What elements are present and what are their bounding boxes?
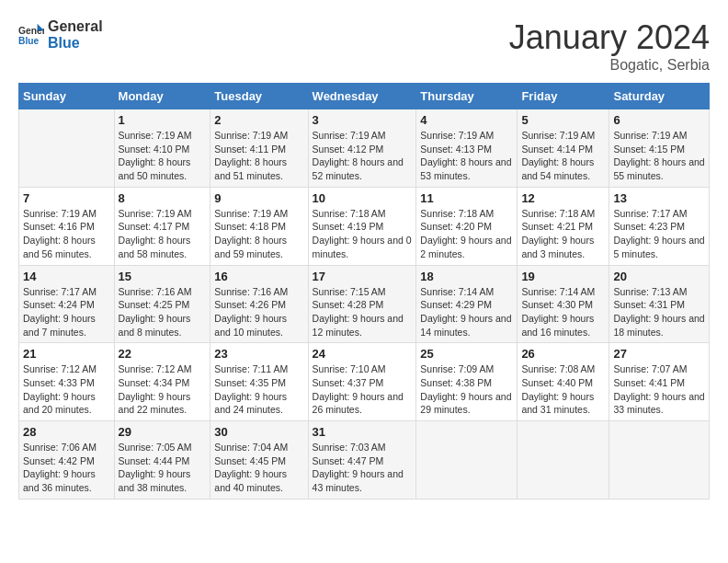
calendar-cell xyxy=(19,109,115,188)
calendar-week-row: 21Sunrise: 7:12 AMSunset: 4:33 PMDayligh… xyxy=(19,343,710,421)
weekday-header-sunday: Sunday xyxy=(19,84,115,109)
day-info: Sunrise: 7:03 AMSunset: 4:47 PMDaylight:… xyxy=(313,441,413,495)
day-info: Sunrise: 7:10 AMSunset: 4:37 PMDaylight:… xyxy=(313,362,413,417)
day-number: 21 xyxy=(23,347,110,361)
calendar-cell: 9Sunrise: 7:19 AMSunset: 4:18 PMDaylight… xyxy=(210,187,308,265)
day-number: 28 xyxy=(23,425,110,439)
day-info: Sunrise: 7:19 AMSunset: 4:12 PMDaylight:… xyxy=(313,129,413,183)
calendar-week-row: 28Sunrise: 7:06 AMSunset: 4:42 PMDayligh… xyxy=(19,421,710,500)
calendar-cell: 10Sunrise: 7:18 AMSunset: 4:19 PMDayligh… xyxy=(308,187,416,265)
day-info: Sunrise: 7:11 AMSunset: 4:35 PMDaylight:… xyxy=(214,362,303,417)
day-number: 30 xyxy=(214,425,303,439)
day-number: 24 xyxy=(313,347,413,361)
day-info: Sunrise: 7:17 AMSunset: 4:23 PMDaylight:… xyxy=(613,207,705,261)
calendar-cell: 26Sunrise: 7:08 AMSunset: 4:40 PMDayligh… xyxy=(518,343,609,421)
day-number: 25 xyxy=(420,347,513,361)
calendar-cell: 29Sunrise: 7:05 AMSunset: 4:44 PMDayligh… xyxy=(114,421,210,500)
calendar-cell: 15Sunrise: 7:16 AMSunset: 4:25 PMDayligh… xyxy=(114,265,210,343)
calendar-cell: 23Sunrise: 7:11 AMSunset: 4:35 PMDayligh… xyxy=(210,343,308,421)
calendar-cell: 1Sunrise: 7:19 AMSunset: 4:10 PMDaylight… xyxy=(114,109,210,188)
subtitle: Bogatic, Serbia xyxy=(509,57,710,74)
day-info: Sunrise: 7:13 AMSunset: 4:31 PMDaylight:… xyxy=(613,285,705,339)
day-number: 3 xyxy=(313,113,413,127)
calendar-cell: 19Sunrise: 7:14 AMSunset: 4:30 PMDayligh… xyxy=(518,265,609,343)
day-number: 16 xyxy=(214,270,303,283)
calendar-cell: 17Sunrise: 7:15 AMSunset: 4:28 PMDayligh… xyxy=(308,265,416,343)
day-number: 8 xyxy=(119,191,207,205)
weekday-header-wednesday: Wednesday xyxy=(308,84,416,109)
calendar-cell: 25Sunrise: 7:09 AMSunset: 4:38 PMDayligh… xyxy=(416,343,518,421)
day-info: Sunrise: 7:14 AMSunset: 4:29 PMDaylight:… xyxy=(420,285,513,339)
day-number: 13 xyxy=(613,191,705,205)
day-info: Sunrise: 7:18 AMSunset: 4:21 PMDaylight:… xyxy=(521,207,605,261)
weekday-header-thursday: Thursday xyxy=(416,84,518,109)
calendar-cell: 27Sunrise: 7:07 AMSunset: 4:41 PMDayligh… xyxy=(609,343,710,421)
day-number: 2 xyxy=(214,113,303,127)
day-number: 12 xyxy=(521,191,605,205)
day-info: Sunrise: 7:14 AMSunset: 4:30 PMDaylight:… xyxy=(521,285,605,339)
day-info: Sunrise: 7:17 AMSunset: 4:24 PMDaylight:… xyxy=(23,285,110,339)
logo-blue-text: Blue xyxy=(48,35,103,52)
calendar-cell: 5Sunrise: 7:19 AMSunset: 4:14 PMDaylight… xyxy=(518,109,609,188)
day-number: 11 xyxy=(420,191,513,205)
calendar-cell: 3Sunrise: 7:19 AMSunset: 4:12 PMDaylight… xyxy=(308,109,416,188)
calendar-cell: 7Sunrise: 7:19 AMSunset: 4:16 PMDaylight… xyxy=(19,187,115,265)
day-info: Sunrise: 7:19 AMSunset: 4:16 PMDaylight:… xyxy=(23,207,110,261)
day-number: 31 xyxy=(313,425,413,439)
day-info: Sunrise: 7:19 AMSunset: 4:10 PMDaylight:… xyxy=(119,129,207,183)
day-number: 17 xyxy=(313,270,413,283)
calendar-week-row: 1Sunrise: 7:19 AMSunset: 4:10 PMDaylight… xyxy=(19,109,710,188)
calendar-cell xyxy=(518,421,609,500)
page-header: General Blue General Blue January 2024 B… xyxy=(18,18,710,74)
calendar-cell: 31Sunrise: 7:03 AMSunset: 4:47 PMDayligh… xyxy=(308,421,416,500)
day-number: 29 xyxy=(119,425,207,439)
day-number: 7 xyxy=(23,191,110,205)
day-info: Sunrise: 7:19 AMSunset: 4:15 PMDaylight:… xyxy=(613,129,705,183)
calendar-cell: 16Sunrise: 7:16 AMSunset: 4:26 PMDayligh… xyxy=(210,265,308,343)
logo-icon: General Blue xyxy=(18,22,44,48)
calendar-cell: 30Sunrise: 7:04 AMSunset: 4:45 PMDayligh… xyxy=(210,421,308,500)
day-number: 23 xyxy=(214,347,303,361)
day-number: 6 xyxy=(613,113,705,127)
calendar-cell: 2Sunrise: 7:19 AMSunset: 4:11 PMDaylight… xyxy=(210,109,308,188)
day-info: Sunrise: 7:07 AMSunset: 4:41 PMDaylight:… xyxy=(613,362,705,417)
title-block: January 2024 Bogatic, Serbia xyxy=(509,18,710,74)
calendar-cell: 21Sunrise: 7:12 AMSunset: 4:33 PMDayligh… xyxy=(19,343,115,421)
day-info: Sunrise: 7:19 AMSunset: 4:14 PMDaylight:… xyxy=(521,129,605,183)
calendar-cell xyxy=(609,421,710,500)
day-number: 4 xyxy=(420,113,513,127)
calendar-cell xyxy=(416,421,518,500)
day-info: Sunrise: 7:12 AMSunset: 4:33 PMDaylight:… xyxy=(23,362,110,417)
svg-text:Blue: Blue xyxy=(18,36,40,46)
day-number: 1 xyxy=(119,113,207,127)
calendar-table: SundayMondayTuesdayWednesdayThursdayFrid… xyxy=(18,83,710,500)
day-number: 22 xyxy=(119,347,207,361)
weekday-header-friday: Friday xyxy=(518,84,609,109)
calendar-cell: 20Sunrise: 7:13 AMSunset: 4:31 PMDayligh… xyxy=(609,265,710,343)
day-info: Sunrise: 7:18 AMSunset: 4:20 PMDaylight:… xyxy=(420,207,513,261)
day-number: 18 xyxy=(420,270,513,283)
day-number: 14 xyxy=(23,270,110,283)
calendar-cell: 18Sunrise: 7:14 AMSunset: 4:29 PMDayligh… xyxy=(416,265,518,343)
day-info: Sunrise: 7:12 AMSunset: 4:34 PMDaylight:… xyxy=(119,362,207,417)
day-number: 27 xyxy=(613,347,705,361)
calendar-cell: 6Sunrise: 7:19 AMSunset: 4:15 PMDaylight… xyxy=(609,109,710,188)
calendar-week-row: 14Sunrise: 7:17 AMSunset: 4:24 PMDayligh… xyxy=(19,265,710,343)
calendar-cell: 8Sunrise: 7:19 AMSunset: 4:17 PMDaylight… xyxy=(114,187,210,265)
calendar-cell: 28Sunrise: 7:06 AMSunset: 4:42 PMDayligh… xyxy=(19,421,115,500)
day-info: Sunrise: 7:06 AMSunset: 4:42 PMDaylight:… xyxy=(23,441,110,495)
main-title: January 2024 xyxy=(509,18,710,57)
calendar-week-row: 7Sunrise: 7:19 AMSunset: 4:16 PMDaylight… xyxy=(19,187,710,265)
calendar-cell: 13Sunrise: 7:17 AMSunset: 4:23 PMDayligh… xyxy=(609,187,710,265)
day-info: Sunrise: 7:19 AMSunset: 4:11 PMDaylight:… xyxy=(214,129,303,183)
calendar-cell: 12Sunrise: 7:18 AMSunset: 4:21 PMDayligh… xyxy=(518,187,609,265)
calendar-cell: 4Sunrise: 7:19 AMSunset: 4:13 PMDaylight… xyxy=(416,109,518,188)
day-info: Sunrise: 7:16 AMSunset: 4:25 PMDaylight:… xyxy=(119,285,207,339)
calendar-cell: 24Sunrise: 7:10 AMSunset: 4:37 PMDayligh… xyxy=(308,343,416,421)
day-info: Sunrise: 7:04 AMSunset: 4:45 PMDaylight:… xyxy=(214,441,303,495)
weekday-header-saturday: Saturday xyxy=(609,84,710,109)
weekday-header-monday: Monday xyxy=(114,84,210,109)
calendar-cell: 14Sunrise: 7:17 AMSunset: 4:24 PMDayligh… xyxy=(19,265,115,343)
logo: General Blue General Blue xyxy=(18,18,103,51)
day-number: 26 xyxy=(521,347,605,361)
